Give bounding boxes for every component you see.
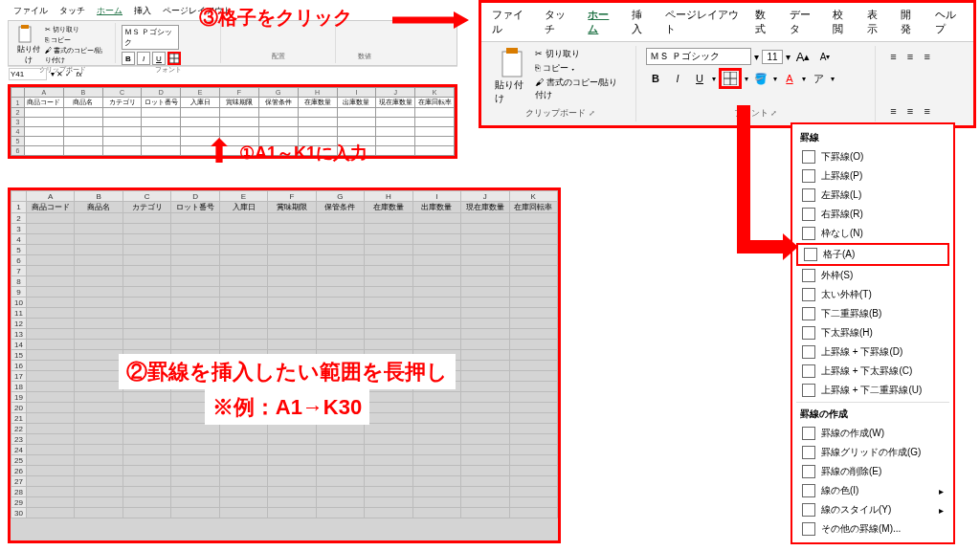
border-menu-item[interactable]: 左罫線(L)	[796, 186, 949, 205]
alignment-group: ≡ ≡ ≡ ≡ ≡ ≡	[876, 46, 945, 121]
border-menu-item[interactable]: 上罫線(P)	[796, 166, 949, 186]
tab-挿入[interactable]: 挿入	[629, 6, 654, 38]
big-ribbon: ファイルタッチホーム挿入ページレイアウト数式データ校閲表示開発ヘルプ 貼り付け …	[479, 0, 976, 128]
cut-button-big[interactable]: ✂ 切り取り	[535, 48, 626, 60]
clipboard-label-big: クリップボード	[525, 108, 586, 118]
align-left-button[interactable]: ≡	[885, 102, 902, 120]
bold-button[interactable]: B	[122, 52, 135, 65]
border-menu-item[interactable]: 枠なし(N)	[796, 224, 949, 243]
tab-開発[interactable]: 開発	[898, 6, 923, 38]
border-create-item[interactable]: 罫線の作成(W)	[796, 424, 949, 443]
mini-spreadsheet: ABCDEFGHIJK1商品コード商品名カテゴリロット番号入庫日賞味期限保管条件…	[8, 84, 457, 159]
border-menu-item[interactable]: 格子(A)	[796, 243, 949, 266]
annotation-1: ①A1～K1に入力	[239, 142, 368, 165]
copy-button[interactable]: ⎘ コピー	[45, 35, 109, 45]
align-middle-button[interactable]: ≡	[902, 48, 919, 65]
border-menu-item[interactable]: 上罫線 + 下罫線(D)	[796, 342, 949, 362]
tab-数式[interactable]: 数式	[752, 6, 777, 38]
tab-タッチ[interactable]: タッチ	[542, 6, 575, 38]
clipboard-group-small: 貼り付け ✂ 切り取り ⎘ コピー 🖌 書式のコピー/貼り付け クリップボード	[11, 23, 116, 63]
font-size-select[interactable]: 11	[762, 50, 783, 64]
clipboard-group: 貼り付け ✂ 切り取り ⎘ コピー ▾ 🖌 書式のコピー/貼り付け クリップボー…	[485, 46, 636, 121]
increase-font-button[interactable]: A▴	[793, 48, 813, 65]
border-menu-item[interactable]: 下二重罫線(B)	[796, 304, 949, 323]
phonetic-button[interactable]: ア	[809, 70, 828, 87]
bold-button-big[interactable]: B	[646, 70, 665, 87]
font-name-select[interactable]: ＭＳ Ｐゴシック	[122, 25, 179, 50]
borders-section-title: 罫線	[796, 128, 949, 147]
svg-rect-0	[19, 27, 31, 42]
font-group: ＭＳ Ｐゴシック▾ 11▾ A▴ A▾ B I U▾ ▾ 🪣▾ A▾ ア▾	[636, 46, 876, 121]
tab-校閲[interactable]: 校閲	[830, 6, 855, 38]
annotation-2: ②罫線を挿入したい範囲を長押し ※例：A1→K30	[53, 354, 522, 425]
big-ribbon-tabs: ファイルタッチホーム挿入ページレイアウト数式データ校閲表示開発ヘルプ	[481, 3, 973, 41]
borders-button-small[interactable]	[167, 52, 181, 65]
italic-button-big[interactable]: I	[668, 70, 687, 87]
copy-button-big[interactable]: ⎘ コピー ▾	[535, 62, 626, 75]
align-bottom-button[interactable]: ≡	[919, 48, 935, 65]
underline-button[interactable]: U	[152, 52, 166, 65]
border-create-item[interactable]: その他の罫線(M)...	[796, 519, 949, 539]
align-center-button[interactable]: ≡	[902, 102, 919, 120]
svg-rect-6	[506, 48, 518, 54]
borders-dropdown-menu: 罫線 下罫線(O)上罫線(P)左罫線(L)右罫線(R)枠なし(N)格子(A)外枠…	[791, 122, 955, 544]
border-menu-item[interactable]: 下太罫線(H)	[796, 323, 949, 342]
alignment-label: 配置	[227, 52, 329, 61]
cut-button[interactable]: ✂ 切り取り	[45, 25, 109, 34]
number-label: 数値	[342, 52, 388, 61]
border-create-item[interactable]: 罫線グリッドの作成(G)	[796, 443, 949, 462]
border-create-item[interactable]: 線の色(I)▸	[796, 481, 949, 500]
name-box[interactable]: Y41	[9, 68, 47, 80]
tab-ファイル[interactable]: ファイル	[11, 4, 50, 18]
border-menu-item[interactable]: 下罫線(O)	[796, 147, 949, 166]
tab-挿入[interactable]: 挿入	[132, 4, 153, 18]
borders-create-title: 罫線の作成	[796, 405, 949, 424]
svg-rect-5	[502, 52, 522, 77]
border-create-item[interactable]: 線のスタイル(Y)▸	[796, 500, 949, 519]
border-menu-item[interactable]: 外枠(S)	[796, 266, 949, 285]
format-painter-button[interactable]: 🖌 書式のコピー/貼り付け	[45, 46, 109, 65]
tab-ページレイアウト[interactable]: ページレイアウト	[662, 6, 743, 38]
border-menu-item[interactable]: 上罫線 + 下二重罫線(U)	[796, 381, 949, 400]
svg-rect-1	[21, 25, 29, 29]
border-menu-item[interactable]: 上罫線 + 下太罫線(C)	[796, 362, 949, 381]
arrow-elbow-icon	[737, 105, 750, 247]
fx-label: fx	[76, 70, 81, 78]
font-label: フォント	[122, 65, 214, 75]
tab-ファイル[interactable]: ファイル	[489, 6, 532, 38]
tab-ホーム[interactable]: ホーム	[585, 6, 618, 38]
paste-button[interactable]: 貼り付け	[16, 25, 41, 65]
paste-button-big[interactable]: 貼り付け	[495, 48, 529, 105]
tab-ヘルプ[interactable]: ヘルプ	[932, 6, 966, 38]
annotation-3: ③格子をクリック	[199, 5, 352, 31]
border-menu-item[interactable]: 太い外枠(T)	[796, 285, 949, 304]
decrease-font-button[interactable]: A▾	[815, 48, 835, 65]
tab-タッチ[interactable]: タッチ	[57, 4, 87, 18]
tab-データ[interactable]: データ	[787, 6, 820, 38]
underline-button-big[interactable]: U	[690, 70, 709, 87]
border-create-item[interactable]: 罫線の削除(E)	[796, 462, 949, 481]
align-right-button[interactable]: ≡	[919, 102, 935, 120]
font-name-select-big[interactable]: ＭＳ Ｐゴシック	[646, 48, 751, 65]
align-top-button[interactable]: ≡	[885, 48, 902, 65]
format-painter-big[interactable]: 🖌 書式のコピー/貼り付け	[535, 77, 626, 101]
font-color-button[interactable]: A	[780, 70, 799, 87]
fill-color-button[interactable]: 🪣	[751, 70, 770, 87]
border-menu-item[interactable]: 右罫線(R)	[796, 205, 949, 224]
tab-ホーム[interactable]: ホーム	[95, 4, 124, 18]
tab-表示[interactable]: 表示	[864, 6, 889, 38]
italic-button[interactable]: I	[137, 52, 150, 65]
borders-button-big[interactable]	[719, 68, 742, 89]
